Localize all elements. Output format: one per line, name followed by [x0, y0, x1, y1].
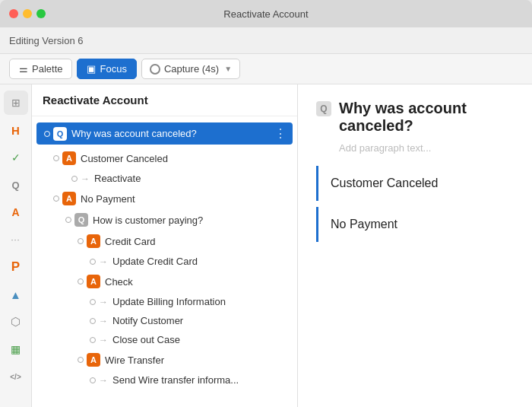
- action-arrow-icon: [99, 297, 108, 307]
- flow-panel: Reactivate Account Q Why was account can…: [32, 84, 298, 407]
- flow-panel-title: Reactivate Account: [32, 84, 297, 116]
- item-circle-icon: [53, 196, 59, 202]
- item-circle-icon: [78, 278, 84, 285]
- flow-item-notify-customer[interactable]: Notify Customer: [32, 311, 297, 330]
- item-circle-icon: [78, 238, 84, 244]
- q-badge: Q: [53, 127, 67, 141]
- palette-button[interactable]: ⚌ Palette: [9, 59, 72, 79]
- sidebar-icon-heading[interactable]: H: [4, 118, 28, 142]
- preview-options: Customer Canceled No Payment: [316, 166, 514, 248]
- palette-label: Palette: [32, 63, 62, 75]
- item-circle-icon: [71, 176, 78, 182]
- flow-item-close-case[interactable]: Close out Case: [32, 330, 297, 349]
- action-arrow-icon: [99, 256, 108, 267]
- window-controls: [9, 9, 46, 18]
- focus-button[interactable]: ▣ Focus: [77, 59, 136, 79]
- preview-header: Q Why was account canceled?: [316, 100, 514, 135]
- sidebar-icon-p[interactable]: P: [4, 255, 28, 279]
- preview-panel: Q Why was account canceled? Add paragrap…: [298, 84, 532, 407]
- item-circle-icon: [90, 337, 96, 343]
- flow-item-label: Wire Transfer: [105, 355, 164, 366]
- flow-item-label: No Payment: [81, 193, 135, 205]
- item-circle-icon: [44, 131, 50, 137]
- preview-option-customer-canceled[interactable]: Customer Canceled: [316, 166, 514, 201]
- flow-item-how-paying[interactable]: Q How is customer paying?: [32, 209, 297, 231]
- sidebar-icon-a[interactable]: A: [4, 200, 28, 224]
- item-circle-icon: [53, 155, 59, 161]
- palette-icon: ⚌: [19, 63, 28, 75]
- action-arrow-icon: [99, 375, 108, 386]
- item-circle-icon: [90, 377, 96, 383]
- preview-placeholder[interactable]: Add paragraph text...: [339, 142, 514, 154]
- item-circle-icon: [78, 357, 84, 363]
- sidebar-icon-hex[interactable]: ⬡: [4, 310, 28, 334]
- maximize-button[interactable]: [36, 9, 46, 18]
- flow-item-check[interactable]: A Check: [32, 271, 297, 292]
- a-badge: A: [87, 234, 100, 248]
- capture-caret-icon: ▼: [224, 65, 232, 73]
- sidebar-icon-q[interactable]: Q: [4, 173, 28, 197]
- flow-item-update-billing[interactable]: Update Billing Information: [32, 292, 297, 311]
- flow-item-label: Update Billing Information: [112, 296, 226, 307]
- flow-item-label: Update Credit Card: [112, 256, 198, 267]
- item-circle-icon: [90, 259, 96, 265]
- flow-item-label: Reactivate: [94, 173, 141, 184]
- flow-item-label: Credit Card: [105, 236, 155, 247]
- item-circle-icon: [90, 318, 96, 324]
- flow-item-why-canceled[interactable]: Q Why was account canceled? ⋮: [36, 122, 293, 145]
- flow-item-label: Why was account canceled?: [71, 128, 274, 139]
- title-bar: Reactivate Account: [0, 0, 532, 27]
- preview-option-no-payment[interactable]: No Payment: [316, 207, 514, 242]
- a-badge: A: [62, 192, 76, 205]
- preview-q-badge: Q: [316, 101, 331, 116]
- sidebar-icon-grid[interactable]: ⊞: [4, 91, 28, 115]
- q-badge: Q: [74, 213, 88, 227]
- capture-circle-icon: [150, 64, 160, 75]
- flow-item-label: Check: [105, 276, 133, 288]
- a-badge: A: [62, 151, 76, 165]
- flow-item-credit-card[interactable]: A Credit Card: [32, 231, 297, 252]
- sidebar-icons: ⊞ H ✓ Q A ··· P ▲ ⬡ ▦ </>: [0, 84, 32, 407]
- flow-item-update-credit-card[interactable]: Update Credit Card: [32, 252, 297, 271]
- flow-item-reactivate[interactable]: Reactivate: [32, 169, 297, 188]
- window-title: Reactivate Account: [223, 8, 308, 20]
- focus-icon: ▣: [87, 63, 96, 75]
- sidebar-icon-mountain[interactable]: ▲: [4, 282, 28, 307]
- action-arrow-icon: [81, 173, 90, 184]
- a-badge: A: [87, 275, 100, 288]
- close-button[interactable]: [9, 9, 18, 18]
- sidebar-icon-code[interactable]: </>: [4, 364, 28, 389]
- action-arrow-icon: [99, 316, 108, 326]
- flow-item-label: Customer Canceled: [81, 153, 168, 164]
- preview-title: Why was account canceled?: [339, 100, 514, 135]
- option-label: Customer Canceled: [331, 176, 438, 190]
- capture-button[interactable]: Capture (4s) ▼: [141, 59, 240, 79]
- option-label: No Payment: [331, 218, 397, 231]
- item-circle-icon: [90, 299, 96, 305]
- sidebar-icon-grid2[interactable]: ▦: [4, 337, 28, 361]
- more-icon[interactable]: ⋮: [274, 126, 287, 141]
- action-arrow-icon: [99, 335, 108, 345]
- flow-item-label: Notify Customer: [112, 315, 183, 326]
- minimize-button[interactable]: [23, 9, 32, 18]
- top-bar: Editing Version 6: [0, 27, 532, 54]
- capture-label: Capture (4s): [164, 63, 219, 75]
- focus-label: Focus: [100, 63, 126, 75]
- flow-item-label: How is customer paying?: [93, 215, 203, 226]
- flow-item-wire-transfer[interactable]: A Wire Transfer: [32, 349, 297, 370]
- flow-item-send-wire[interactable]: Send Wire transfer informa...: [32, 370, 297, 390]
- version-label: Editing Version 6: [9, 35, 84, 46]
- item-circle-icon: [65, 217, 71, 223]
- flow-item-customer-canceled[interactable]: A Customer Canceled: [32, 148, 297, 169]
- flow-item-label: Send Wire transfer informa...: [112, 374, 239, 386]
- flow-item-label: Close out Case: [112, 334, 180, 345]
- flow-panel-body: Q Why was account canceled? ⋮ A Customer…: [32, 116, 297, 407]
- toolbar: ⚌ Palette ▣ Focus Capture (4s) ▼: [0, 54, 532, 84]
- a-badge: A: [87, 353, 100, 367]
- flow-item-no-payment[interactable]: A No Payment: [32, 188, 297, 209]
- main-content: ⊞ H ✓ Q A ··· P ▲ ⬡ ▦ </> Reactivate Acc…: [0, 84, 532, 407]
- app-container: Editing Version 6 ⚌ Palette ▣ Focus Capt…: [0, 27, 532, 407]
- sidebar-icon-check[interactable]: ✓: [4, 145, 28, 170]
- sidebar-icon-ellipsis[interactable]: ···: [4, 227, 28, 252]
